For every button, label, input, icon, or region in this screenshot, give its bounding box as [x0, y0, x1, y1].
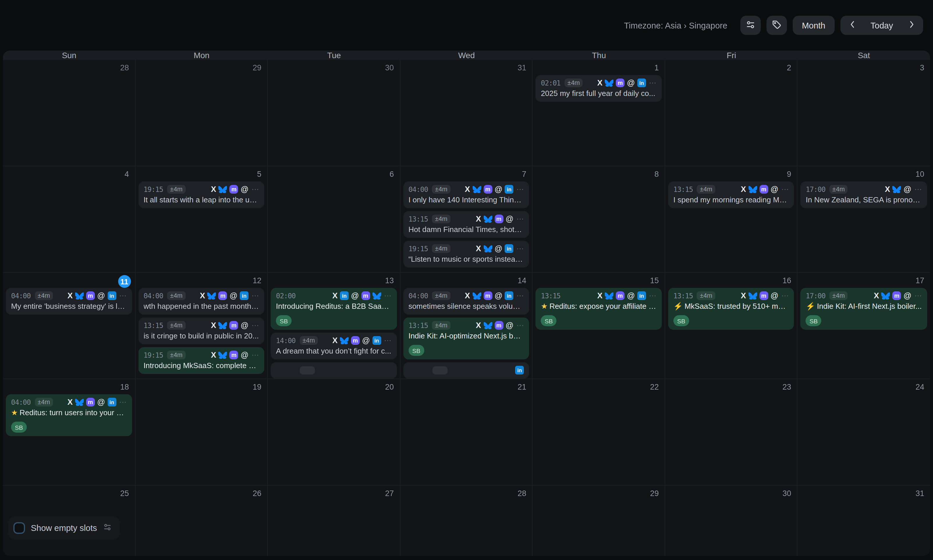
event-card[interactable]: 04:00±4mXm@in⋯★Reditus: turn users into …	[6, 394, 132, 436]
event-card[interactable]: 13:15Xm@in⋯★Reditus: expose your affilia…	[536, 288, 662, 330]
day-cell[interactable]: 31	[798, 486, 930, 556]
threads-icon: @	[904, 185, 911, 194]
day-cell[interactable]: 28	[400, 486, 532, 556]
event-card[interactable]: 19:15±4mXm@⋯Introducing MkSaaS: complete…	[138, 347, 264, 374]
event-card[interactable]: 04:00±4mXm@in⋯sometimes silence speaks v…	[403, 288, 529, 315]
day-cell[interactable]: 519:15±4mXm@⋯It all starts with a leap i…	[135, 166, 268, 273]
event-card[interactable]: 19:15±4mX@in⋯“Listen to music or sports …	[403, 241, 529, 268]
more-options-icon[interactable]: ⋯	[251, 322, 259, 329]
more-options-icon[interactable]: ⋯	[781, 292, 789, 300]
more-options-icon[interactable]: ⋯	[251, 351, 259, 359]
day-cell[interactable]: 21	[400, 379, 532, 486]
more-options-icon[interactable]: ⋯	[384, 337, 392, 344]
events-list: 04:00±4mXm@in⋯My entire 'business strate…	[3, 288, 135, 315]
day-cell[interactable]: 29	[135, 60, 268, 166]
event-card[interactable]: 13:15±4mXm@⋯is it cringe to build in pub…	[138, 317, 264, 344]
show-empty-slots-checkbox[interactable]	[13, 522, 25, 534]
filter-button[interactable]	[740, 16, 760, 35]
event-header: 04:00±4mXm@in⋯	[408, 291, 524, 301]
day-cell[interactable]: 913:15±4mXm@⋯I spend my mornings reading…	[665, 166, 798, 273]
event-card[interactable]: 04:00±4mXm@in⋯I only have 140 Interestin…	[403, 182, 529, 208]
next-button[interactable]	[900, 16, 923, 35]
prev-button[interactable]	[840, 16, 864, 35]
day-cell[interactable]: 19	[135, 379, 268, 486]
event-card[interactable]: 13:15±4mXm@⋯I spend my mornings reading …	[668, 182, 794, 208]
scheduler-app: Timezone: Asia › Singapore Month	[0, 0, 933, 560]
event-header: 13:15±4mXm@⋯	[143, 320, 259, 330]
day-cell[interactable]: 1204:00±4mXm@in⋯wth happened in the past…	[135, 273, 268, 379]
event-card[interactable]: 13:15±4mXm@⋯Indie Kit: AI-optimized Next…	[403, 317, 529, 359]
day-cell[interactable]: 30	[665, 486, 798, 556]
more-options-icon[interactable]: ⋯	[251, 292, 259, 300]
offset-badge: ±4m	[300, 336, 318, 345]
day-cell[interactable]: 1404:00±4mXm@in⋯sometimes silence speaks…	[400, 273, 532, 379]
event-time: 04:00	[408, 185, 428, 193]
day-cell[interactable]: 23	[665, 379, 798, 486]
more-options-icon[interactable]: ⋯	[914, 292, 922, 300]
day-cell[interactable]: 1513:15Xm@in⋯★Reditus: expose your affil…	[533, 273, 665, 379]
more-options-icon[interactable]: ⋯	[119, 398, 126, 406]
day-cell[interactable]: 8	[533, 166, 665, 273]
tags-button[interactable]	[766, 16, 786, 35]
day-cell[interactable]: 22	[533, 379, 665, 486]
event-title: Hot damn Financial Times, shots ...	[408, 225, 524, 234]
event-card[interactable]: 02:01±4mXm@in⋯2025 my first full year of…	[536, 75, 662, 102]
day-cell[interactable]: 1613:15±4mXm@⋯⚡MkSaaS: trusted by 510+ m…	[665, 273, 798, 379]
more-options-icon[interactable]: ⋯	[781, 186, 789, 193]
day-cell[interactable]: 704:00±4mXm@in⋯I only have 140 Interesti…	[400, 166, 532, 273]
threads-icon: @	[362, 336, 370, 345]
day-cell[interactable]: 30	[268, 60, 400, 166]
bluesky-icon	[748, 292, 757, 300]
more-options-icon[interactable]: ⋯	[517, 245, 524, 252]
event-card[interactable]: 14:00±4mXm@in⋯A dream that you don’t fig…	[271, 332, 397, 359]
day-cell[interactable]: 24	[798, 379, 930, 486]
x-icon: X	[68, 291, 73, 300]
event-card[interactable]: 04:00±4mXm@in⋯wth happened in the past m…	[138, 288, 264, 315]
day-cell[interactable]: 26	[135, 486, 268, 556]
day-cell[interactable]: 4	[3, 166, 135, 273]
date-number: 27	[385, 489, 394, 498]
event-card[interactable]: 00:00	[271, 362, 397, 378]
day-cell[interactable]: 2	[665, 60, 798, 166]
event-card[interactable]: 13:15±4mXm@⋯⚡MkSaaS: trusted by 510+ mak…	[668, 288, 794, 330]
date-number: 21	[518, 383, 526, 391]
day-cell[interactable]: 6	[268, 166, 400, 273]
event-title: Introducing Reditus: a B2B SaaS ...	[276, 302, 392, 311]
day-cell[interactable]: 27	[268, 486, 400, 556]
day-cell[interactable]: 29	[533, 486, 665, 556]
today-button[interactable]: Today	[864, 16, 900, 35]
event-card[interactable]: 19:15±4mXm@⋯It all starts with a leap in…	[138, 182, 264, 208]
more-options-icon[interactable]: ⋯	[914, 186, 922, 193]
day-cell[interactable]: 102:01±4mXm@in⋯2025 my first full year o…	[533, 60, 665, 166]
author-badge: SB	[541, 315, 557, 326]
day-cell[interactable]: 31	[400, 60, 532, 166]
more-options-icon[interactable]: ⋯	[251, 186, 259, 193]
event-card[interactable]: 04:00±4mXm@in⋯My entire 'business strate…	[6, 288, 132, 315]
event-card[interactable]: 13:15±4mXm@⋯Hot damn Financial Times, sh…	[403, 211, 529, 238]
more-options-icon[interactable]: ⋯	[517, 215, 524, 223]
day-cell[interactable]: 1717:00±4mXm@⋯⚡Indie Kit: AI-first Next.…	[798, 273, 930, 379]
day-cell[interactable]: 1302:00Xin@m⋯Introducing Reditus: a B2B …	[268, 273, 400, 379]
more-options-icon[interactable]: ⋯	[119, 292, 126, 300]
more-options-icon[interactable]: ⋯	[649, 79, 657, 87]
event-card[interactable]: 02:00Xin@m⋯Introducing Reditus: a B2B Sa…	[271, 288, 397, 330]
event-card[interactable]: 00:00in	[403, 362, 529, 378]
day-cell[interactable]: 3	[798, 60, 930, 166]
day-cell[interactable]: 1104:00±4mXm@in⋯My entire 'business stra…	[3, 273, 135, 379]
day-cell[interactable]: 28	[3, 60, 135, 166]
more-options-icon[interactable]: ⋯	[517, 292, 524, 300]
day-cell[interactable]: 1017:00±4mX@⋯In New Zealand, SEGA is pro…	[798, 166, 930, 273]
show-empty-slots-toggle[interactable]: Show empty slots	[8, 516, 120, 540]
more-options-icon[interactable]: ⋯	[517, 186, 524, 193]
event-card[interactable]: 17:00±4mXm@⋯⚡Indie Kit: AI-first Next.js…	[800, 288, 927, 330]
more-options-icon[interactable]: ⋯	[384, 292, 392, 300]
day-cell[interactable]: 20	[268, 379, 400, 486]
day-cell[interactable]: 1804:00±4mXm@in⋯★Reditus: turn users int…	[3, 379, 135, 486]
today-date-badge: 11	[118, 275, 131, 288]
platform-icons: Xm@in	[597, 78, 646, 87]
event-card[interactable]: 17:00±4mX@⋯In New Zealand, SEGA is prono…	[800, 182, 927, 208]
linkedin-icon: in	[505, 291, 514, 300]
more-options-icon[interactable]: ⋯	[649, 292, 657, 300]
more-options-icon[interactable]: ⋯	[517, 322, 524, 329]
view-mode-button[interactable]: Month	[793, 16, 834, 35]
